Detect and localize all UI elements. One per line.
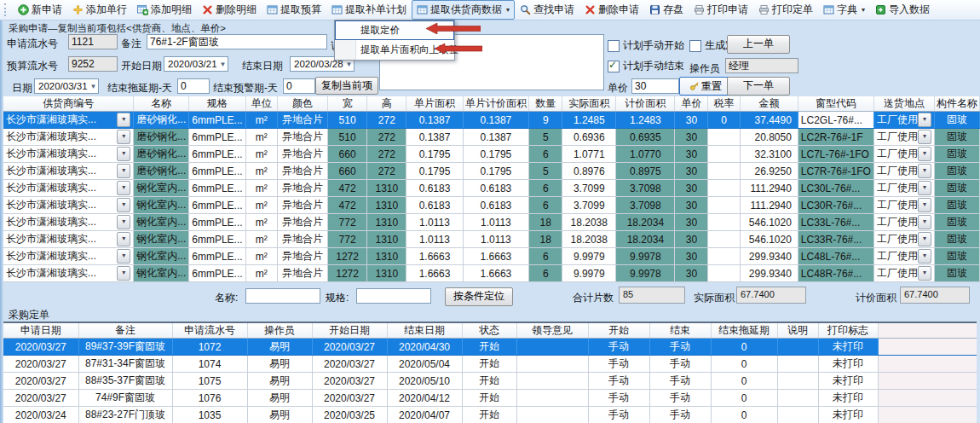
table-row[interactable]: 长沙市潇湘玻璃实...▾磨砂钢化...6mmPLE...m²异地合片660272… [3, 146, 980, 163]
cell-piece-price-area[interactable]: 0.1387 [463, 129, 529, 146]
cell-name[interactable]: 钢化室内... [134, 265, 189, 282]
chevron-down-icon[interactable]: ▼ [217, 61, 227, 68]
cell-print-flag[interactable]: 未打印 [818, 407, 878, 423]
cell-apply-date[interactable]: 2020/03/27 [3, 356, 78, 373]
table-row[interactable]: 2020/03/2787#31-34F窗固玻1074易明2020/03/2720… [3, 356, 977, 373]
cell-note[interactable] [777, 339, 818, 356]
cell-remark[interactable]: 88#23-27F门顶玻 [78, 407, 172, 423]
cell-qty[interactable]: 18 [529, 231, 562, 248]
cell-piece-price-area[interactable]: 0.6183 [463, 180, 529, 197]
cell-color[interactable]: 异地合片 [278, 248, 328, 265]
cell-window-code[interactable]: LC30L-76#... [798, 180, 873, 197]
cell-piece-price-area[interactable]: 0.6183 [463, 197, 529, 214]
table-row[interactable]: 长沙市潇湘玻璃实...▾钢化室内...6mmPLE...m²异地合片127213… [3, 248, 980, 265]
toolbar-button-print-order[interactable]: 打印定单 [753, 0, 818, 20]
cell-supplier[interactable]: 长沙市潇湘玻璃实...▾ [3, 265, 134, 282]
cell-component[interactable]: 固玻 [934, 214, 979, 231]
cell-window-code[interactable]: LC33L-76#... [798, 214, 873, 231]
cell-operator[interactable]: 易明 [247, 390, 312, 407]
table-row[interactable]: 2020/03/2488#23-27F门顶玻1035易明2020/03/2520… [3, 407, 977, 423]
cell-qty[interactable]: 5 [529, 129, 562, 146]
table-row[interactable]: 2020/03/2788#35-37F窗固玻1075易明2020/03/2720… [3, 373, 977, 390]
table-row[interactable]: 2020/03/2774#9F窗固玻1076易明2020/03/272020/0… [3, 390, 977, 407]
dropdown-arrow-icon[interactable]: ▾ [117, 249, 130, 264]
cell-amount[interactable]: 37.4490 [740, 112, 798, 129]
cell-window-code[interactable]: LC48L-76#... [798, 248, 873, 265]
cell-delivery[interactable]: 工厂使用▾ [873, 163, 934, 180]
cell-price-area[interactable]: 0.8975 [616, 163, 675, 180]
dropdown-arrow-icon[interactable]: ▾ [117, 215, 130, 229]
cell-print-flag[interactable]: 未打印 [818, 339, 878, 356]
cell-price-area[interactable]: 18.2034 [616, 214, 675, 231]
dropdown-arrow-icon[interactable]: ▾ [918, 198, 931, 212]
cell-end-delay[interactable]: 0 [711, 390, 777, 407]
cell-color[interactable]: 异地合片 [278, 146, 328, 163]
cell-print-flag[interactable]: 未打印 [818, 390, 878, 407]
cell-height[interactable]: 1310 [367, 248, 406, 265]
cell-serial-no[interactable]: 1075 [172, 373, 247, 390]
cell-spec[interactable]: 6mmPLE... [189, 112, 245, 129]
cell-window-code[interactable]: LC7L-76#-1FO [798, 146, 873, 163]
cell-unit-price[interactable]: 30 [675, 163, 708, 180]
cell-leader-opinion[interactable] [516, 339, 588, 356]
cell-delivery[interactable]: 工厂使用▾ [873, 180, 934, 197]
cell-piece-area[interactable]: 0.6183 [406, 180, 463, 197]
cell-height[interactable]: 1310 [367, 180, 406, 197]
cell-leader-opinion[interactable] [516, 407, 588, 423]
cell-operator[interactable]: 易明 [247, 407, 312, 423]
toolbar-button-find-request[interactable]: 查找申请 [515, 0, 579, 20]
cell-width[interactable]: 510 [327, 112, 366, 129]
cell-window-code[interactable]: LC33R-76#... [798, 231, 873, 248]
toolbar-button-dictionary[interactable]: 字典▾ [818, 0, 870, 20]
cell-window-code[interactable]: LC7R-76#-1FO [798, 163, 873, 180]
cell-operator[interactable]: 易明 [247, 339, 312, 356]
cell-delivery[interactable]: 工厂使用▾ [873, 231, 934, 248]
column-header-status[interactable]: 状态 [462, 322, 516, 339]
column-header-end-date[interactable]: 结束日期 [387, 322, 462, 339]
cell-start-date[interactable]: 2020/03/27 [312, 390, 387, 407]
column-header-component[interactable]: 构件名称 [934, 96, 979, 112]
cell-piece-area[interactable]: 0.1387 [406, 129, 463, 146]
column-header-supplier[interactable]: 供货商编号 [3, 96, 134, 112]
cell-component[interactable]: 固玻 [934, 180, 979, 197]
toolbar-button-new-request[interactable]: 新申请 [13, 0, 67, 20]
cell-note[interactable] [777, 407, 818, 423]
cell-height[interactable]: 272 [367, 129, 406, 146]
cell-piece-price-area[interactable]: 0.1795 [463, 163, 529, 180]
cell-price-area[interactable]: 3.7098 [616, 180, 675, 197]
cell-spec[interactable]: 6mmPLE... [189, 146, 245, 163]
cell-tax-rate[interactable] [708, 197, 740, 214]
cell-window-code[interactable]: LC2R-76#-1F [798, 129, 873, 146]
cell-piece-price-area[interactable]: 1.6663 [463, 248, 529, 265]
cell-actual-area[interactable]: 18.2038 [562, 214, 616, 231]
cell-apply-date[interactable]: 2020/03/27 [3, 339, 78, 356]
cell-actual-area[interactable]: 1.2485 [562, 112, 616, 129]
cell-window-code[interactable]: LC48R-76#... [798, 265, 873, 282]
cell-start[interactable]: 手动 [588, 390, 649, 407]
cell-remark[interactable]: 87#31-34F窗固玻 [78, 356, 172, 373]
cell-supplier[interactable]: 长沙市潇湘玻璃实...▾ [3, 146, 134, 163]
cell-unit-price[interactable]: 30 [675, 197, 708, 214]
cell-piece-area[interactable]: 1.0113 [406, 214, 463, 231]
cell-tax-rate[interactable]: 0 [708, 112, 740, 129]
cell-delivery[interactable]: 工厂使用▾ [873, 146, 934, 163]
cell-width[interactable]: 472 [327, 180, 366, 197]
cell-unit[interactable]: m² [245, 197, 277, 214]
column-header-print-flag[interactable]: 打印标志 [818, 322, 878, 339]
dropdown-arrow-icon[interactable]: ▾ [117, 266, 130, 281]
column-header-note[interactable]: 说明 [777, 322, 818, 339]
cell-price-area[interactable]: 1.2483 [616, 112, 675, 129]
column-header-amount[interactable]: 金额 [740, 96, 798, 112]
cell-component[interactable]: 固玻 [934, 265, 979, 282]
cell-component[interactable]: 固玻 [934, 248, 979, 265]
cell-qty[interactable]: 9 [529, 112, 562, 129]
cell-leader-opinion[interactable] [516, 356, 588, 373]
cell-supplier[interactable]: 长沙市潇湘玻璃实...▾ [3, 214, 134, 231]
cell-spec[interactable]: 6mmPLE... [189, 180, 245, 197]
cell-unit-price[interactable]: 30 [675, 248, 708, 265]
cell-amount[interactable]: 299.9340 [740, 265, 798, 282]
cell-tax-rate[interactable] [708, 163, 740, 180]
table-row[interactable]: 长沙市潇湘玻璃实...▾磨砂钢化...6mmPLE...m²异地合片510272… [3, 112, 980, 129]
cell-tax-rate[interactable] [708, 265, 740, 282]
column-header-tax-rate[interactable]: 税率 [708, 96, 740, 112]
